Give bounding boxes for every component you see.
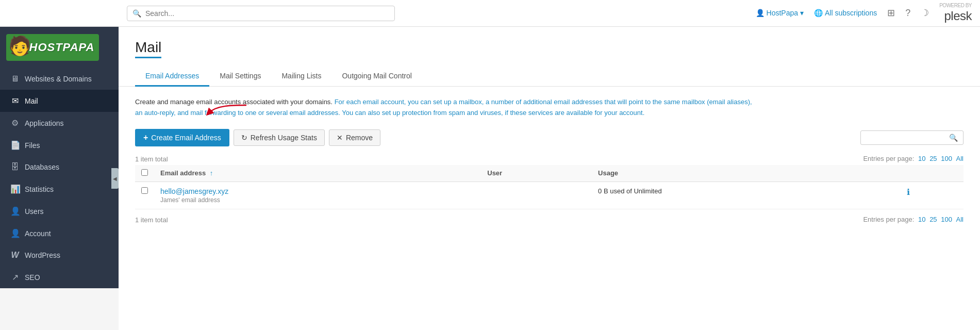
row-checkbox[interactable] (141, 187, 148, 194)
tabs-container: Email Addresses Mail Settings Mailing Li… (135, 67, 964, 87)
logo-text: HOSTPAPA (29, 41, 95, 54)
row-user-cell (481, 182, 592, 209)
sidebar-label-mail: Mail (25, 97, 38, 105)
table-header-row: Email address ↑ User Usage (135, 165, 964, 182)
sidebar-item-applications[interactable]: ⚙ Applications (0, 112, 119, 134)
plus-icon: + (143, 133, 148, 142)
sidebar-item-wordpress[interactable]: W WordPress (0, 244, 119, 266)
th-email: Email address ↑ (154, 165, 481, 182)
sidebar-label-wordpress: WordPress (25, 251, 60, 259)
search-input[interactable] (145, 9, 389, 18)
page-title: Mail (135, 39, 161, 58)
table-row: hello@jamesgrey.xyz James' email address… (135, 182, 964, 209)
search-bar[interactable]: 🔍 (127, 6, 395, 21)
sidebar-label-databases: Databases (25, 163, 59, 171)
plesk-logo: POWERED BY plesk (939, 3, 972, 24)
globe-icon: 🌐 (814, 9, 823, 17)
sidebar-label-account: Account (25, 229, 51, 238)
sidebar-label-users: Users (25, 207, 44, 216)
description-text: Create and manage email accounts associa… (135, 97, 754, 119)
header-right: 👤 HostPapa ▾ 🌐 All subscriptions ⊞ ? ☽ P… (756, 3, 972, 24)
sidebar-label-applications: Applications (25, 119, 64, 127)
tab-outgoing-mail-control[interactable]: Outgoing Mail Control (331, 67, 422, 87)
tab-mailing-lists[interactable]: Mailing Lists (271, 67, 331, 87)
entries-all-bottom[interactable]: All (956, 216, 964, 223)
tab-mailing-lists-label: Mailing Lists (281, 72, 321, 80)
entries-100-bottom[interactable]: 100 (941, 216, 952, 223)
subscriptions-link[interactable]: 🌐 All subscriptions (814, 9, 877, 17)
entries-10-bottom[interactable]: 10 (918, 216, 925, 223)
theme-toggle-icon[interactable]: ☽ (921, 7, 929, 19)
entries-25-bottom[interactable]: 25 (929, 216, 937, 223)
entries-per-page-bottom: Entries per page: 10 25 100 All (863, 216, 964, 223)
tab-email-addresses-label: Email Addresses (145, 72, 199, 80)
sidebar-item-websites-domains[interactable]: 🖥 Websites & Domains (0, 68, 119, 90)
entries-all-top[interactable]: All (956, 155, 964, 162)
files-icon: 📄 (10, 140, 20, 150)
create-email-label: Create Email Address (151, 134, 221, 142)
entries-label-bottom: Entries per page: (863, 216, 914, 223)
email-link[interactable]: hello@jamesgrey.xyz (160, 187, 228, 195)
remove-label: Remove (346, 134, 373, 142)
applications-icon: ⚙ (10, 118, 20, 128)
body-wrap: 🧑 HOSTPAPA 🖥 Websites & Domains ✉ Mail ⚙… (0, 27, 980, 330)
user-label: HostPapa (767, 9, 798, 17)
table-search-input[interactable] (866, 134, 949, 141)
row-usage-value: 0 B used of Unlimited (598, 187, 662, 195)
statistics-icon: 📊 (10, 184, 20, 194)
sidebar-item-mail[interactable]: ✉ Mail (0, 90, 119, 112)
th-actions (901, 165, 964, 182)
sidebar-item-users[interactable]: 👤 Users (0, 200, 119, 222)
entries-per-page-top: Entries per page: 10 25 100 All (863, 155, 964, 162)
create-email-button[interactable]: + Create Email Address (135, 129, 229, 146)
wordpress-icon: W (10, 251, 20, 260)
sidebar-item-files[interactable]: 📄 Files (0, 134, 119, 156)
sidebar-item-account[interactable]: 👤 Account (0, 222, 119, 244)
table-search-bar[interactable]: 🔍 (860, 130, 964, 145)
main-content: Mail Email Addresses Mail Settings Maili… (119, 27, 980, 330)
sidebar-item-databases[interactable]: 🗄 Databases (0, 156, 119, 178)
help-icon[interactable]: ? (905, 8, 910, 19)
top-header: 🔍 👤 HostPapa ▾ 🌐 All subscriptions ⊞ ? ☽… (0, 0, 980, 27)
tab-outgoing-mail-control-label: Outgoing Mail Control (342, 72, 411, 80)
remove-icon: ✕ (337, 134, 343, 142)
mascot-icon: 🧑 (8, 35, 31, 60)
entries-100-top[interactable]: 100 (941, 155, 952, 162)
remove-button[interactable]: ✕ Remove (329, 129, 380, 146)
tab-mail-settings-label: Mail Settings (220, 72, 261, 80)
sort-arrow-email[interactable]: ↑ (210, 169, 213, 177)
sidebar-item-statistics[interactable]: 📊 Statistics (0, 178, 119, 200)
email-description: James' email address (160, 196, 475, 204)
entries-10-top[interactable]: 10 (918, 155, 925, 162)
mail-icon: ✉ (10, 96, 20, 106)
tab-mail-settings[interactable]: Mail Settings (209, 67, 271, 87)
hostpapa-logo: 🧑 HOSTPAPA (6, 34, 99, 61)
grid-icon[interactable]: ⊞ (887, 7, 895, 19)
th-user: User (481, 165, 592, 182)
collapse-sidebar-button[interactable]: ◀ (111, 168, 119, 189)
chevron-down-icon: ▾ (800, 9, 804, 17)
refresh-usage-stats-button[interactable]: ↻ Refresh Usage Stats (234, 129, 325, 146)
sidebar-item-seo[interactable]: ↗ SEO (0, 266, 119, 288)
subscriptions-label: All subscriptions (825, 9, 877, 17)
sidebar-label-statistics: Statistics (25, 185, 54, 193)
row-email-cell: hello@jamesgrey.xyz James' email address (154, 182, 481, 209)
row-usage-cell: 0 B used of Unlimited (592, 182, 901, 209)
user-icon: 👤 (756, 9, 765, 17)
select-all-checkbox[interactable] (141, 169, 148, 176)
th-usage: Usage (592, 165, 901, 182)
monitor-icon: 🖥 (10, 74, 20, 84)
table-search-icon: 🔍 (949, 134, 958, 142)
user-menu[interactable]: 👤 HostPapa ▾ (756, 9, 804, 17)
sidebar: 🧑 HOSTPAPA 🖥 Websites & Domains ✉ Mail ⚙… (0, 27, 119, 288)
items-total-top: 1 item total (135, 155, 168, 163)
databases-icon: 🗄 (10, 162, 20, 172)
search-icon: 🔍 (132, 9, 141, 18)
info-icon[interactable]: ℹ (907, 188, 910, 196)
tab-email-addresses[interactable]: Email Addresses (135, 67, 209, 87)
table-meta-top: 1 item total Entries per page: 10 25 100… (135, 155, 964, 163)
row-info-cell: ℹ (901, 182, 964, 209)
email-table: Email address ↑ User Usage (135, 165, 964, 209)
entries-25-top[interactable]: 25 (929, 155, 937, 162)
sidebar-label-files: Files (25, 141, 40, 150)
